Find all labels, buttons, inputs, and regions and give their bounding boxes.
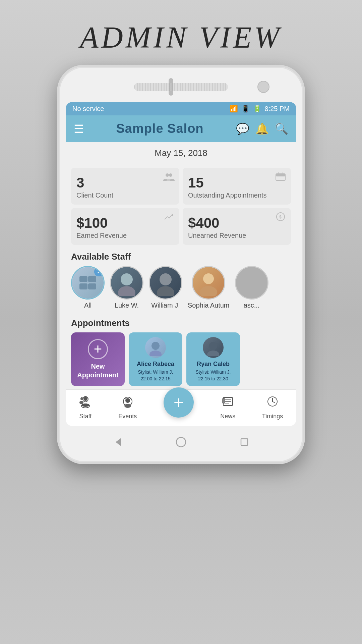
phone-screen: No service 📶 📱 🔋 8:25 PM ☰ Sample Salon … [66, 102, 296, 426]
staff-item-william[interactable]: William J. [149, 266, 182, 309]
stat-card-earned[interactable]: $100 Earned Revenue [71, 208, 179, 245]
earned-label: Earned Revenue [76, 232, 127, 239]
nav-add-button[interactable]: + [164, 387, 194, 418]
staff-nav-icon [79, 395, 92, 411]
nav-item-timings[interactable]: Timings [262, 395, 283, 420]
svg-point-16 [118, 286, 135, 296]
svg-point-17 [160, 273, 172, 285]
staff-nav-label: Staff [79, 413, 92, 420]
svg-point-19 [203, 273, 214, 284]
stat-card-appointments[interactable]: 15 Outstanding Appointments [183, 168, 291, 205]
staff-avatar-more [235, 266, 268, 300]
app-name: Sample Salon [116, 121, 203, 136]
new-appointment-card[interactable]: + NewAppointment [71, 332, 125, 386]
recents-button[interactable] [236, 434, 253, 450]
staff-name-all: All [84, 302, 92, 309]
staff-section: Available Staff ✓ [66, 248, 296, 315]
bell-icon[interactable]: 🔔 [255, 122, 269, 135]
svg-point-20 [200, 286, 217, 296]
svg-point-30 [82, 404, 89, 407]
svg-point-23 [209, 342, 217, 350]
appointments-title: Appointments [71, 318, 291, 328]
news-nav-label: News [220, 413, 235, 420]
bottom-nav: Staff Events + [66, 389, 296, 426]
alice-avatar [145, 337, 166, 358]
client-count: 3 [76, 175, 84, 191]
svg-rect-11 [79, 276, 87, 282]
staff-name-more: asc... [244, 302, 260, 309]
back-button[interactable] [109, 434, 126, 450]
events-nav-label: Events [118, 413, 137, 420]
staff-item-sophia[interactable]: Sophia Autum [188, 266, 230, 309]
front-camera [257, 81, 269, 93]
staff-avatar-luke [110, 266, 143, 300]
alice-name: Alice Rabeca [137, 361, 174, 368]
svg-rect-14 [88, 283, 96, 289]
phone-top [66, 73, 296, 100]
svg-text:$: $ [279, 215, 282, 219]
svg-point-27 [83, 397, 87, 401]
staff-name-william: William J. [151, 302, 180, 309]
staff-item-all[interactable]: ✓ All [71, 266, 105, 309]
svg-point-45 [176, 437, 186, 447]
speaker-grille [134, 83, 228, 91]
svg-rect-29 [79, 401, 83, 404]
earned-amount: $100 [76, 215, 108, 231]
home-button[interactable] [173, 434, 189, 450]
wifi-icon: 📶 [230, 105, 238, 113]
staff-name-sophia: Sophia Autum [188, 302, 230, 309]
svg-rect-13 [79, 283, 87, 289]
events-nav-icon [121, 395, 134, 411]
appointment-label: Outstanding Appointments [188, 192, 267, 199]
staff-avatar-william [149, 266, 182, 300]
time-display: 8:25 PM [265, 105, 290, 113]
stat-card-unearned[interactable]: $ $400 Unearned Revenue [183, 208, 291, 245]
svg-point-18 [157, 286, 174, 296]
appointment-card-ryan[interactable]: Ryan Caleb Stylist: William J. 22:15 to … [186, 332, 240, 386]
nav-item-news[interactable]: News [220, 395, 235, 420]
header-icons: 💬 🔔 🔍 [236, 122, 288, 135]
timings-nav-label: Timings [262, 413, 283, 420]
svg-point-24 [207, 351, 219, 356]
appointments-icon [275, 172, 286, 183]
stats-grid: 3 Client Count 15 Outstanding Appointmen… [66, 164, 296, 248]
date-bar: May 15, 2018 [66, 142, 296, 164]
appointment-card-alice[interactable]: Alice Rabeca Stylist: William J. 22:00 t… [129, 332, 182, 386]
nav-item-events[interactable]: Events [118, 395, 137, 420]
svg-point-1 [169, 173, 172, 177]
svg-point-33 [124, 404, 131, 408]
svg-rect-6 [276, 174, 285, 176]
appointments-section: Appointments + NewAppointment Alice Ra [66, 315, 296, 389]
svg-line-35 [130, 398, 131, 399]
ryan-name: Ryan Caleb [197, 361, 230, 368]
nav-item-staff[interactable]: Staff [79, 395, 92, 420]
chat-icon[interactable]: 💬 [236, 122, 249, 135]
staff-section-title: Available Staff [71, 252, 291, 262]
unearned-icon: $ [275, 212, 286, 224]
stat-card-clients[interactable]: 3 Client Count [71, 168, 179, 205]
appointments-row: + NewAppointment Alice Rabeca Stylist: W… [71, 332, 291, 386]
alice-time: 22:00 to 22:15 [140, 376, 171, 382]
svg-line-34 [125, 398, 126, 399]
ryan-avatar [203, 337, 224, 358]
staff-name-luke: Luke W. [115, 302, 139, 309]
staff-item-more[interactable]: asc... [235, 266, 268, 309]
svg-marker-44 [116, 438, 121, 446]
staff-row: ✓ All Luke W. [71, 266, 291, 313]
staff-avatar-sophia [192, 266, 225, 300]
svg-point-15 [121, 273, 133, 285]
timings-nav-icon [266, 395, 279, 411]
signal-icon: 📱 [241, 105, 250, 113]
menu-icon[interactable]: ☰ [74, 123, 84, 135]
status-bar: No service 📶 📱 🔋 8:25 PM [66, 102, 296, 115]
app-header: ☰ Sample Salon 💬 🔔 🔍 [66, 115, 296, 142]
search-icon[interactable]: 🔍 [275, 122, 288, 135]
svg-rect-46 [241, 439, 248, 445]
svg-point-22 [149, 351, 162, 356]
svg-point-28 [80, 397, 83, 400]
ryan-stylist: Stylist: William J. [196, 369, 231, 376]
unearned-label: Unearned Revenue [188, 232, 246, 239]
ryan-time: 22:15 to 22:30 [198, 376, 228, 382]
status-right: 📶 📱 🔋 8:25 PM [230, 105, 290, 113]
staff-item-luke[interactable]: Luke W. [110, 266, 143, 309]
